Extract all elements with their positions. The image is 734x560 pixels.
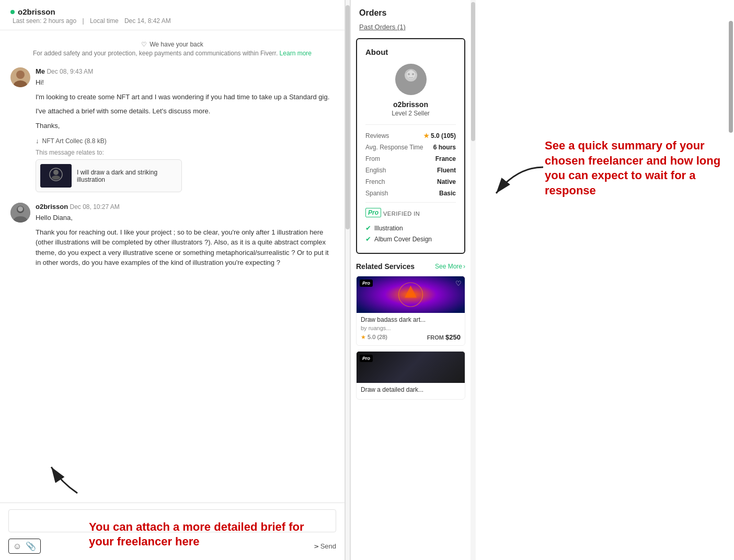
- verified-album-cover: ✔ Album Cover Design: [365, 234, 456, 244]
- verified-item-label-album: Album Cover Design: [374, 236, 432, 243]
- stat-value-reviews: ★ 5.0 (105): [423, 132, 456, 139]
- message-block-2: o2brisson Dec 08, 10:27 AM Hello Diana, …: [10, 203, 334, 268]
- message-content-1: Me Dec 08, 9:43 AM Hi! I'm looking to cr…: [36, 67, 334, 192]
- seller-avatar-wrap: [365, 64, 456, 95]
- stat-value-french: Native: [437, 178, 456, 185]
- safety-notice-title: We have your back: [150, 41, 203, 48]
- stat-english: English Fluent: [365, 165, 456, 176]
- price-val-1: $250: [445, 333, 461, 341]
- seller-name: o2brisson: [365, 100, 456, 109]
- chat-header: o2brisson Last seen: 2 hours ago | Local…: [0, 0, 345, 30]
- stat-label-spanish: Spanish: [365, 190, 388, 197]
- service-by-1: by ruangs...: [361, 325, 461, 331]
- verified-label: VERIFIED IN: [383, 211, 420, 217]
- annotation-right-arrow: [486, 157, 548, 209]
- annotation-right: See a quick summary of your chosen freel…: [545, 138, 722, 198]
- online-indicator: [10, 10, 15, 14]
- service-card-2[interactable]: Pro Draw a detailed dark...: [356, 351, 465, 400]
- related-title: Related Services: [356, 262, 415, 271]
- stat-label-reviews: Reviews: [365, 132, 389, 139]
- svg-point-5: [52, 176, 60, 180]
- gig-title: I will draw a dark and striking illustra…: [77, 169, 177, 183]
- annotation-right-text: See a quick summary of your chosen freel…: [545, 138, 722, 198]
- heart-icon-1[interactable]: ♡: [455, 279, 462, 287]
- scroll-thumb[interactable]: [346, 5, 350, 229]
- msg-line-1-1: I'm looking to create some NFT art and I…: [36, 92, 334, 102]
- service-card-1[interactable]: Pro ♡: [356, 276, 465, 346]
- about-stats: Reviews ★ 5.0 (105) Avg. Response Time 6…: [365, 124, 456, 199]
- right-panel: Orders Past Orders (1) About: [350, 0, 471, 560]
- service-thumb-1: Pro ♡: [357, 276, 465, 313]
- sender-seller: o2brisson: [36, 203, 68, 211]
- stat-value-from: France: [435, 155, 456, 162]
- msg-date-1: Dec 08, 9:43 AM: [47, 68, 93, 75]
- service-rating-price-1: ★ 5.0 (28) FROM $250: [361, 333, 461, 341]
- service-info-2: Draw a detailed dark...: [357, 383, 465, 399]
- about-card: About o2brisson Level 2 Sell: [356, 38, 465, 254]
- service-thumb-2: Pro: [357, 352, 465, 383]
- orders-section: Orders Past Orders (1): [351, 0, 471, 38]
- stat-from: From France: [365, 153, 456, 165]
- stat-label-french: French: [365, 178, 385, 185]
- svg-point-1: [14, 80, 27, 87]
- star-icon-service: ★: [361, 334, 366, 340]
- stat-label-from: From: [365, 155, 380, 162]
- chat-input[interactable]: [8, 509, 336, 532]
- stat-french: French Native: [365, 176, 456, 188]
- svg-point-4: [53, 170, 59, 175]
- gig-preview[interactable]: I will draw a dark and striking illustra…: [36, 159, 182, 192]
- message-block-1: Me Dec 08, 9:43 AM Hi! I'm looking to cr…: [10, 67, 334, 192]
- send-button[interactable]: ∨ Send: [313, 542, 336, 550]
- service-title-2: Draw a detailed dark...: [361, 386, 461, 393]
- related-services-section: Related Services See More › Pro ♡: [351, 262, 471, 413]
- message-text-2: Hello Diana, Thank you for reaching out.…: [36, 213, 334, 268]
- check-icon-album: ✔: [365, 235, 371, 243]
- meta-separator: |: [82, 17, 85, 25]
- svg-point-0: [16, 71, 25, 79]
- message-relates: This message relates to:: [36, 149, 334, 156]
- learn-more-link[interactable]: Learn more: [280, 50, 312, 57]
- stat-reviews: Reviews ★ 5.0 (105): [365, 130, 456, 142]
- local-time-label: Local time: [90, 17, 119, 25]
- seller-avatar: [395, 64, 427, 95]
- check-icon-illustration: ✔: [365, 224, 371, 232]
- see-more-button[interactable]: See More ›: [435, 263, 465, 270]
- stat-value-english: Fluent: [437, 167, 456, 174]
- svg-point-12: [408, 73, 410, 75]
- scrollbar-divider: [345, 0, 350, 560]
- chat-username: o2brisson: [18, 7, 55, 16]
- service-rating-1: ★ 5.0 (28): [361, 334, 387, 341]
- msg-line-2-0: Hello Diana,: [36, 213, 334, 223]
- send-label: Send: [320, 542, 336, 550]
- attachment[interactable]: ↓ NFT Art Collec (8.8 kB): [36, 137, 334, 145]
- orders-title: Orders: [359, 8, 462, 18]
- past-orders-link[interactable]: Past Orders (1): [359, 23, 462, 31]
- attach-button[interactable]: 📎: [26, 541, 36, 551]
- msg-line-1-3: Thanks,: [36, 121, 334, 131]
- service-price-1: FROM $250: [427, 333, 461, 341]
- send-arrow-icon: ∨: [312, 544, 319, 549]
- right-scroll-thumb[interactable]: [471, 2, 475, 141]
- safety-notice-text: For added safety and your protection, ke…: [33, 50, 278, 57]
- stat-label-english: English: [365, 167, 386, 174]
- safety-notice: ♡ We have your back For added safety and…: [10, 41, 334, 57]
- heart-icon: ♡: [141, 41, 147, 48]
- stat-spanish: Spanish Basic: [365, 188, 456, 199]
- stat-label-response: Avg. Response Time: [365, 144, 423, 151]
- price-label-1: FROM: [427, 334, 444, 341]
- svg-point-13: [412, 73, 414, 75]
- pro-badge: Pro: [365, 208, 381, 217]
- about-title: About: [365, 48, 456, 56]
- verified-section: Pro VERIFIED IN ✔ Illustration ✔ Album C…: [365, 202, 456, 244]
- emoji-button[interactable]: ☺: [13, 541, 21, 551]
- chat-header-name: o2brisson: [10, 7, 334, 16]
- msg-date-2: Dec 08, 10:27 AM: [70, 203, 119, 211]
- star-icon: ★: [423, 132, 429, 139]
- msg-line-1-0: Hi!: [36, 77, 334, 88]
- avatar-me: [10, 67, 30, 87]
- safety-notice-row2: For added safety and your protection, ke…: [10, 50, 334, 57]
- chat-messages: ♡ We have your back For added safety and…: [0, 30, 345, 503]
- msg-line-2-1: Thank you for reaching out. I like your …: [36, 227, 334, 268]
- last-seen: Last seen: 2 hours ago: [13, 17, 76, 25]
- attachment-name: NFT Art Collec (8.8 kB): [42, 137, 107, 145]
